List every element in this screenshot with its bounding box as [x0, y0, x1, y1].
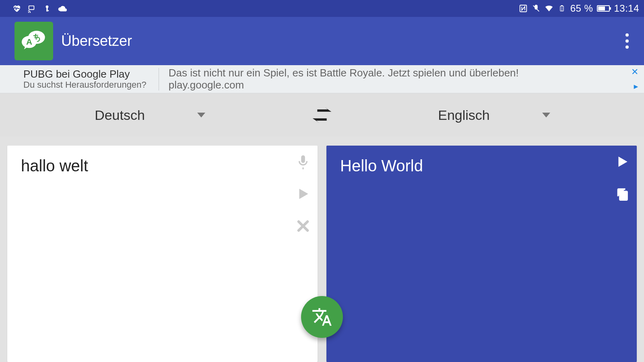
svg-point-1	[46, 6, 49, 8]
clock: 13:14	[614, 3, 639, 14]
output-panel: Hello World	[326, 146, 637, 362]
ad-title: PUBG bei Google Play	[23, 68, 147, 80]
target-language-label: Englisch	[438, 107, 490, 123]
svg-rect-3	[46, 10, 49, 11]
target-language-select[interactable]: Englisch	[344, 107, 644, 123]
source-text-input[interactable]	[7, 146, 318, 204]
ad-info-icon[interactable]	[633, 84, 639, 92]
battery-icon	[597, 5, 610, 12]
key-icon	[43, 4, 52, 13]
language-selector-row: Deutsch Englisch	[0, 93, 644, 137]
app-bar: あ A Übersetzer	[0, 17, 644, 65]
heart-rate-icon	[12, 4, 21, 13]
source-language-label: Deutsch	[95, 107, 145, 123]
wifi-icon	[545, 4, 553, 13]
overflow-menu-button[interactable]	[618, 29, 636, 53]
svg-point-8	[561, 10, 562, 10]
ad-close-icon[interactable]: ✕	[631, 67, 638, 77]
clear-icon[interactable]	[295, 218, 311, 234]
source-language-select[interactable]: Deutsch	[0, 107, 300, 123]
svg-rect-0	[29, 6, 34, 10]
play-icon[interactable]	[614, 154, 630, 170]
app-logo-icon: あ A	[14, 22, 53, 60]
app-title: Übersetzer	[61, 33, 132, 49]
swap-languages-button[interactable]	[300, 104, 344, 126]
status-bar: 65 % 13:14	[0, 0, 644, 17]
ad-subtitle: Du suchst Herausforderungen?	[23, 80, 147, 90]
copy-icon[interactable]	[614, 186, 630, 202]
ad-banner[interactable]: PUBG bei Google Play Du suchst Herausfor…	[0, 65, 644, 93]
ad-url: play.google.com	[169, 79, 519, 91]
battery-percent: 65 %	[570, 3, 593, 14]
mute-icon	[532, 4, 541, 13]
svg-rect-6	[561, 6, 562, 6]
chevron-down-icon	[542, 113, 550, 117]
ad-body: Das ist nicht nur ein Spiel, es ist Batt…	[169, 67, 519, 79]
svg-text:A: A	[26, 37, 32, 46]
microphone-icon[interactable]	[295, 154, 311, 170]
translate-fab-button[interactable]	[301, 296, 343, 338]
cloud-icon	[58, 4, 67, 13]
cast-icon	[27, 4, 36, 13]
input-panel	[7, 146, 318, 362]
nfc-icon	[519, 4, 528, 13]
battery-alert-icon	[557, 4, 566, 13]
chevron-down-icon	[197, 113, 205, 117]
translated-text: Hello World	[326, 146, 637, 186]
translation-panels: Hello World	[0, 137, 644, 362]
play-icon[interactable]	[295, 186, 311, 202]
